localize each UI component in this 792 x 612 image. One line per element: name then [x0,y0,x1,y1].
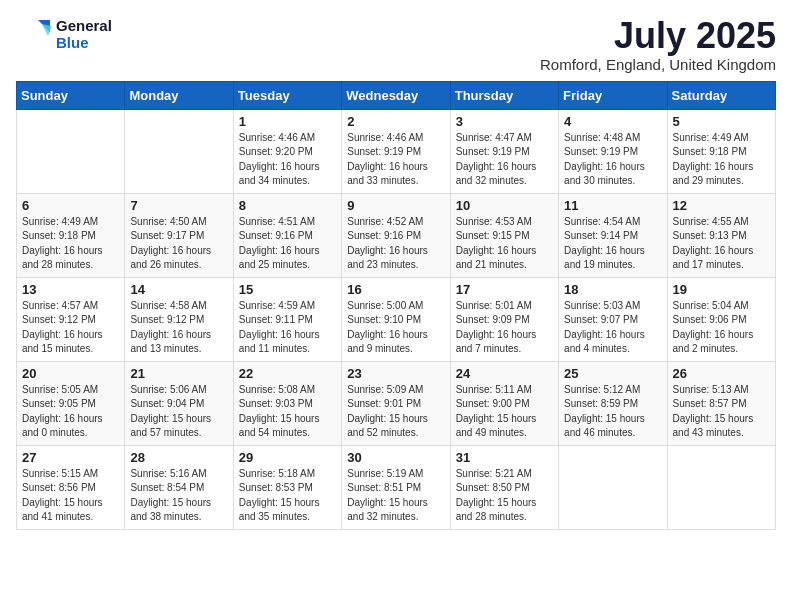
calendar-cell: 21Sunrise: 5:06 AM Sunset: 9:04 PM Dayli… [125,361,233,445]
location: Romford, England, United Kingdom [540,56,776,73]
calendar-header-row: SundayMondayTuesdayWednesdayThursdayFrid… [17,81,776,109]
day-number: 1 [239,114,336,129]
day-number: 8 [239,198,336,213]
day-info: Sunrise: 4:52 AM Sunset: 9:16 PM Dayligh… [347,215,444,273]
col-header-sunday: Sunday [17,81,125,109]
day-number: 2 [347,114,444,129]
day-number: 31 [456,450,553,465]
day-info: Sunrise: 5:06 AM Sunset: 9:04 PM Dayligh… [130,383,227,441]
calendar-week-3: 13Sunrise: 4:57 AM Sunset: 9:12 PM Dayli… [17,277,776,361]
day-info: Sunrise: 4:51 AM Sunset: 9:16 PM Dayligh… [239,215,336,273]
calendar-table: SundayMondayTuesdayWednesdayThursdayFrid… [16,81,776,530]
day-number: 5 [673,114,770,129]
calendar-cell: 22Sunrise: 5:08 AM Sunset: 9:03 PM Dayli… [233,361,341,445]
day-number: 4 [564,114,661,129]
day-info: Sunrise: 5:18 AM Sunset: 8:53 PM Dayligh… [239,467,336,525]
day-info: Sunrise: 5:16 AM Sunset: 8:54 PM Dayligh… [130,467,227,525]
calendar-cell: 7Sunrise: 4:50 AM Sunset: 9:17 PM Daylig… [125,193,233,277]
day-info: Sunrise: 5:12 AM Sunset: 8:59 PM Dayligh… [564,383,661,441]
day-info: Sunrise: 4:46 AM Sunset: 9:20 PM Dayligh… [239,131,336,189]
day-info: Sunrise: 5:08 AM Sunset: 9:03 PM Dayligh… [239,383,336,441]
day-info: Sunrise: 4:46 AM Sunset: 9:19 PM Dayligh… [347,131,444,189]
day-number: 20 [22,366,119,381]
calendar-cell: 18Sunrise: 5:03 AM Sunset: 9:07 PM Dayli… [559,277,667,361]
month-title: July 2025 [540,16,776,56]
calendar-cell: 8Sunrise: 4:51 AM Sunset: 9:16 PM Daylig… [233,193,341,277]
calendar-cell: 6Sunrise: 4:49 AM Sunset: 9:18 PM Daylig… [17,193,125,277]
day-info: Sunrise: 5:05 AM Sunset: 9:05 PM Dayligh… [22,383,119,441]
calendar-cell: 23Sunrise: 5:09 AM Sunset: 9:01 PM Dayli… [342,361,450,445]
calendar-cell: 13Sunrise: 4:57 AM Sunset: 9:12 PM Dayli… [17,277,125,361]
col-header-thursday: Thursday [450,81,558,109]
calendar-cell: 5Sunrise: 4:49 AM Sunset: 9:18 PM Daylig… [667,109,775,193]
calendar-cell [125,109,233,193]
day-number: 12 [673,198,770,213]
day-info: Sunrise: 4:48 AM Sunset: 9:19 PM Dayligh… [564,131,661,189]
col-header-wednesday: Wednesday [342,81,450,109]
day-info: Sunrise: 4:50 AM Sunset: 9:17 PM Dayligh… [130,215,227,273]
title-area: July 2025 Romford, England, United Kingd… [540,16,776,73]
logo-text: General Blue [56,17,112,52]
calendar-cell: 2Sunrise: 4:46 AM Sunset: 9:19 PM Daylig… [342,109,450,193]
calendar-cell: 30Sunrise: 5:19 AM Sunset: 8:51 PM Dayli… [342,445,450,529]
day-info: Sunrise: 4:54 AM Sunset: 9:14 PM Dayligh… [564,215,661,273]
calendar-cell [667,445,775,529]
day-number: 26 [673,366,770,381]
calendar-cell: 12Sunrise: 4:55 AM Sunset: 9:13 PM Dayli… [667,193,775,277]
day-number: 19 [673,282,770,297]
day-info: Sunrise: 5:03 AM Sunset: 9:07 PM Dayligh… [564,299,661,357]
day-number: 9 [347,198,444,213]
day-number: 21 [130,366,227,381]
calendar-week-4: 20Sunrise: 5:05 AM Sunset: 9:05 PM Dayli… [17,361,776,445]
calendar-cell: 11Sunrise: 4:54 AM Sunset: 9:14 PM Dayli… [559,193,667,277]
day-number: 15 [239,282,336,297]
day-number: 13 [22,282,119,297]
day-info: Sunrise: 5:04 AM Sunset: 9:06 PM Dayligh… [673,299,770,357]
day-info: Sunrise: 4:49 AM Sunset: 9:18 PM Dayligh… [22,215,119,273]
calendar-cell: 28Sunrise: 5:16 AM Sunset: 8:54 PM Dayli… [125,445,233,529]
col-header-tuesday: Tuesday [233,81,341,109]
logo-graphic [16,16,52,52]
day-number: 30 [347,450,444,465]
day-number: 23 [347,366,444,381]
day-number: 27 [22,450,119,465]
logo: General Blue [16,16,112,52]
day-info: Sunrise: 5:19 AM Sunset: 8:51 PM Dayligh… [347,467,444,525]
day-number: 16 [347,282,444,297]
day-info: Sunrise: 4:57 AM Sunset: 9:12 PM Dayligh… [22,299,119,357]
calendar-cell: 10Sunrise: 4:53 AM Sunset: 9:15 PM Dayli… [450,193,558,277]
day-info: Sunrise: 4:58 AM Sunset: 9:12 PM Dayligh… [130,299,227,357]
calendar-cell: 16Sunrise: 5:00 AM Sunset: 9:10 PM Dayli… [342,277,450,361]
calendar-cell [17,109,125,193]
col-header-saturday: Saturday [667,81,775,109]
calendar-cell: 19Sunrise: 5:04 AM Sunset: 9:06 PM Dayli… [667,277,775,361]
day-number: 17 [456,282,553,297]
day-info: Sunrise: 4:53 AM Sunset: 9:15 PM Dayligh… [456,215,553,273]
calendar-cell: 27Sunrise: 5:15 AM Sunset: 8:56 PM Dayli… [17,445,125,529]
calendar-cell: 17Sunrise: 5:01 AM Sunset: 9:09 PM Dayli… [450,277,558,361]
calendar-cell: 3Sunrise: 4:47 AM Sunset: 9:19 PM Daylig… [450,109,558,193]
day-info: Sunrise: 4:55 AM Sunset: 9:13 PM Dayligh… [673,215,770,273]
calendar-cell: 9Sunrise: 4:52 AM Sunset: 9:16 PM Daylig… [342,193,450,277]
day-number: 22 [239,366,336,381]
col-header-friday: Friday [559,81,667,109]
day-number: 7 [130,198,227,213]
col-header-monday: Monday [125,81,233,109]
day-number: 10 [456,198,553,213]
calendar-week-2: 6Sunrise: 4:49 AM Sunset: 9:18 PM Daylig… [17,193,776,277]
day-number: 18 [564,282,661,297]
calendar-cell: 1Sunrise: 4:46 AM Sunset: 9:20 PM Daylig… [233,109,341,193]
day-info: Sunrise: 5:13 AM Sunset: 8:57 PM Dayligh… [673,383,770,441]
day-info: Sunrise: 5:00 AM Sunset: 9:10 PM Dayligh… [347,299,444,357]
day-info: Sunrise: 5:21 AM Sunset: 8:50 PM Dayligh… [456,467,553,525]
day-number: 11 [564,198,661,213]
day-info: Sunrise: 4:47 AM Sunset: 9:19 PM Dayligh… [456,131,553,189]
logo-container: General Blue [16,16,112,52]
calendar-week-1: 1Sunrise: 4:46 AM Sunset: 9:20 PM Daylig… [17,109,776,193]
calendar-cell: 31Sunrise: 5:21 AM Sunset: 8:50 PM Dayli… [450,445,558,529]
day-number: 3 [456,114,553,129]
day-info: Sunrise: 4:59 AM Sunset: 9:11 PM Dayligh… [239,299,336,357]
calendar-week-5: 27Sunrise: 5:15 AM Sunset: 8:56 PM Dayli… [17,445,776,529]
calendar-cell: 4Sunrise: 4:48 AM Sunset: 9:19 PM Daylig… [559,109,667,193]
day-info: Sunrise: 5:15 AM Sunset: 8:56 PM Dayligh… [22,467,119,525]
